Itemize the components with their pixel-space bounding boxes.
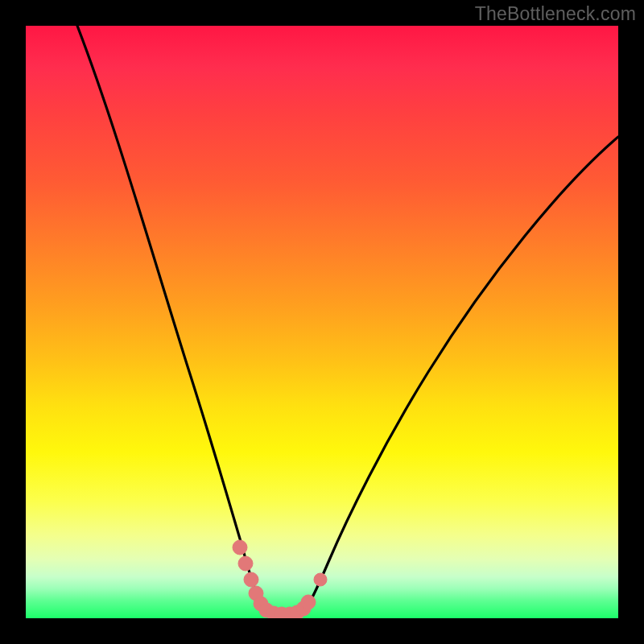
highlight-range xyxy=(233,540,327,618)
chart-frame: TheBottleneck.com xyxy=(0,0,644,644)
svg-point-12 xyxy=(314,573,327,586)
svg-point-0 xyxy=(233,540,247,555)
plot-area xyxy=(26,26,618,618)
svg-point-1 xyxy=(238,556,253,571)
svg-point-11 xyxy=(301,595,316,609)
watermark-text: TheBottleneck.com xyxy=(475,3,636,25)
curve-layer xyxy=(26,26,618,618)
svg-point-2 xyxy=(244,572,258,587)
bottleneck-curve xyxy=(77,26,618,615)
